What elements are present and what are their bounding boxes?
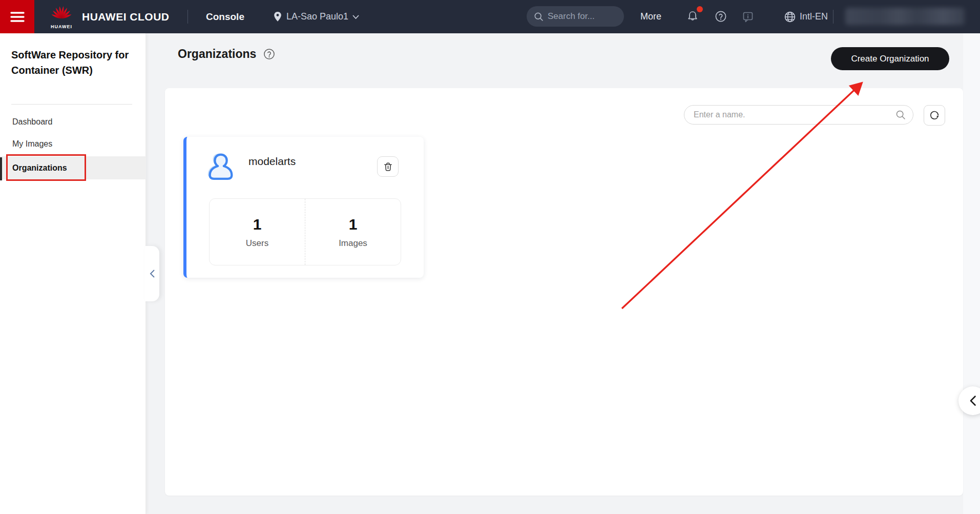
sidebar-item-my-images[interactable]: My Images bbox=[0, 132, 146, 155]
organization-stats: 1 Users 1 Images bbox=[209, 198, 401, 265]
topbar-divider bbox=[833, 10, 833, 24]
chevron-down-icon bbox=[352, 14, 360, 19]
feedback-icon[interactable] bbox=[742, 11, 754, 23]
swr-console-app: HUAWEI HUAWEI CLOUD Console LA-Sao Paulo… bbox=[0, 0, 980, 514]
sidebar-item-dashboard[interactable]: Dashboard bbox=[0, 110, 146, 133]
organization-filter-input[interactable] bbox=[684, 110, 895, 119]
more-menu[interactable]: More bbox=[640, 0, 661, 33]
hamburger-icon bbox=[10, 11, 25, 23]
search-icon[interactable] bbox=[895, 110, 906, 120]
images-label: Images bbox=[339, 238, 367, 249]
users-count: 1 bbox=[253, 216, 262, 233]
page-help-icon[interactable] bbox=[263, 48, 275, 60]
huawei-logo-word: HUAWEI bbox=[49, 24, 74, 29]
organizations-panel: modelarts 1 Users 1 bbox=[165, 88, 963, 496]
huawei-logo[interactable]: HUAWEI bbox=[49, 4, 74, 30]
account-name-redacted[interactable] bbox=[845, 8, 965, 25]
service-sidebar: SoftWare Repository for Container (SWR) … bbox=[0, 33, 146, 514]
organization-name[interactable]: modelarts bbox=[248, 155, 296, 168]
selected-item-indicator bbox=[0, 157, 2, 180]
page-title: Organizations bbox=[178, 47, 256, 61]
notification-badge bbox=[697, 6, 703, 12]
refresh-icon bbox=[929, 110, 940, 121]
organization-avatar-icon bbox=[203, 150, 239, 184]
topbar-divider bbox=[187, 10, 188, 24]
chevron-left-icon bbox=[969, 395, 976, 406]
global-search[interactable] bbox=[527, 6, 624, 27]
chevron-left-icon bbox=[150, 269, 155, 278]
global-search-input[interactable] bbox=[548, 11, 614, 22]
globe-icon bbox=[784, 11, 796, 23]
region-label: LA-Sao Paulo1 bbox=[286, 11, 348, 22]
region-selector[interactable]: LA-Sao Paulo1 bbox=[273, 0, 360, 33]
trash-icon bbox=[383, 161, 393, 172]
language-label: Intl-EN bbox=[800, 11, 828, 22]
page-header: Organizations bbox=[178, 47, 275, 61]
right-dock-strip bbox=[963, 33, 980, 514]
refresh-button[interactable] bbox=[924, 105, 945, 126]
delete-organization-button[interactable] bbox=[377, 156, 399, 177]
language-selector[interactable]: Intl-EN bbox=[784, 0, 828, 33]
bell-icon[interactable] bbox=[686, 10, 699, 23]
stat-images[interactable]: 1 Images bbox=[305, 199, 401, 265]
brand-title: HUAWEI CLOUD bbox=[82, 0, 170, 33]
search-icon bbox=[534, 12, 544, 22]
sidebar-item-organizations[interactable]: Organizations bbox=[0, 156, 146, 179]
console-link[interactable]: Console bbox=[206, 0, 244, 33]
stat-users[interactable]: 1 Users bbox=[210, 199, 305, 265]
huawei-petals-icon bbox=[50, 4, 73, 22]
sidebar-divider bbox=[11, 104, 132, 105]
organization-filter[interactable] bbox=[684, 105, 913, 125]
images-count: 1 bbox=[349, 216, 358, 233]
top-navbar: HUAWEI HUAWEI CLOUD Console LA-Sao Paulo… bbox=[0, 0, 980, 33]
hamburger-menu-button[interactable] bbox=[0, 0, 34, 33]
help-icon[interactable] bbox=[715, 10, 727, 23]
create-organization-button[interactable]: Create Organization bbox=[831, 47, 949, 70]
location-pin-icon bbox=[273, 10, 283, 24]
users-label: Users bbox=[246, 238, 268, 249]
service-title: SoftWare Repository for Container (SWR) bbox=[11, 47, 133, 78]
sidebar-collapse-handle[interactable] bbox=[145, 246, 159, 301]
organization-card[interactable]: modelarts 1 Users 1 bbox=[183, 137, 424, 278]
